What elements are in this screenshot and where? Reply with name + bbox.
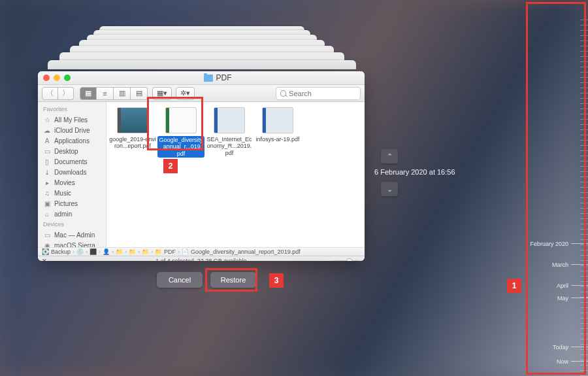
view-switcher: ▦ ≡ ▥ ▤ (80, 87, 148, 100)
home-icon: ⌂ (43, 210, 51, 218)
file-item[interactable]: infosys-ar-19.pdf (254, 107, 301, 143)
search-icon (280, 90, 286, 97)
star-icon: ☆ (43, 116, 51, 124)
search-box[interactable] (276, 87, 361, 100)
sidebar-item-documents[interactable]: ▯Documents (38, 156, 106, 167)
sidebar-item-icloud[interactable]: ☁iCloud Drive (38, 125, 106, 135)
action-buttons: Cancel Restore (157, 272, 256, 288)
annotation-num-2: 2 (163, 159, 178, 173)
minimize-icon[interactable] (54, 75, 60, 81)
apps-icon: A (43, 137, 51, 145)
restore-button[interactable]: Restore (210, 272, 256, 288)
sidebar-head-favorites: Favorites (38, 104, 106, 114)
file-thumb (165, 107, 197, 133)
path-file-icon[interactable]: 📄 (182, 248, 189, 255)
file-thumb (214, 107, 245, 133)
traffic-lights (43, 75, 71, 81)
file-item[interactable]: SEA_Internet_Economy_R...2019.pdf (206, 107, 253, 156)
path-folder-icon[interactable]: 📁 (116, 248, 123, 255)
list-view-button[interactable]: ≡ (97, 87, 114, 100)
downloads-icon: ⤓ (43, 168, 51, 176)
path-segment[interactable]: PDF (164, 248, 176, 255)
path-segment[interactable]: Google_diversity_annual_report_2019.pdf (191, 248, 301, 255)
path-segment[interactable]: Backup (51, 248, 71, 255)
movies-icon: ▸ (43, 179, 51, 186)
file-label: Google_diversity_annual_r...019.pdf (157, 136, 204, 158)
path-folder-icon[interactable]: 📁 (155, 248, 162, 255)
cloud-icon: ☁ (43, 126, 51, 134)
back-button[interactable]: 〈 (42, 87, 58, 100)
annotation-num-1: 1 (507, 279, 521, 293)
search-input[interactable] (289, 90, 356, 97)
finder-window: PDF 〈 〉 ▦ ≡ ▥ ▤ ▦▾ ✲▾ Favorites ☆All My … (38, 71, 365, 261)
sidebar-item-desktop[interactable]: ▭Desktop (38, 146, 106, 156)
timeline-down-button[interactable]: ⌄ (381, 182, 398, 196)
desktop-icon: ▭ (43, 147, 51, 155)
timeline-label[interactable]: March (552, 262, 568, 268)
coverflow-view-button[interactable]: ▤ (131, 87, 148, 100)
sidebar-item-pictures[interactable]: ▣Pictures (38, 198, 106, 209)
sidebar-item-movies[interactable]: ▸Movies (38, 177, 106, 188)
file-label: google_2019-environ...eport.pdf (109, 136, 156, 150)
close-icon[interactable] (43, 75, 50, 81)
timeline-label[interactable]: Today (553, 344, 568, 350)
disk-icon: ◉ (43, 241, 51, 247)
zoom-slider[interactable] (333, 260, 359, 262)
forward-button[interactable]: 〉 (58, 87, 74, 100)
titlebar: PDF (38, 71, 365, 85)
timeline-label[interactable]: February 2020 (530, 241, 568, 247)
arrange-button[interactable]: ▦▾ (152, 87, 172, 100)
music-icon: ♫ (43, 189, 51, 197)
folder-icon (204, 75, 213, 82)
file-grid: google_2019-environ...eport.pdf Google_d… (106, 102, 365, 247)
timeline-label[interactable]: April (557, 282, 568, 289)
snapshot-timestamp: 6 February 2020 at 16:56 (374, 168, 455, 176)
sidebar-item-mac-admin[interactable]: ▭Mac — Admin (38, 230, 106, 240)
timeline-up-button[interactable]: ⌃ (381, 149, 398, 163)
zoom-icon[interactable] (64, 75, 71, 81)
close-x-icon[interactable]: ✕ (42, 258, 47, 261)
path-folder-icon[interactable]: 📁 (129, 248, 136, 255)
file-item[interactable]: google_2019-environ...eport.pdf (109, 107, 156, 150)
path-disk-icon[interactable]: 💿 (76, 248, 84, 255)
file-label: SEA_Internet_Economy_R...2019.pdf (206, 136, 253, 156)
column-view-button[interactable]: ▥ (114, 87, 131, 100)
timeline-label[interactable]: May (557, 295, 568, 301)
path-hd-icon[interactable]: ⬛ (90, 248, 97, 255)
timeline-label[interactable]: Now (557, 358, 568, 365)
icon-view-button[interactable]: ▦ (80, 87, 97, 100)
cancel-button[interactable]: Cancel (157, 272, 203, 288)
timeline-scrubber[interactable]: February 2020MarchAprilMayTodayNow (528, 0, 588, 376)
pictures-icon: ▣ (43, 199, 51, 207)
sidebar: Favorites ☆All My Files ☁iCloud Drive AA… (38, 102, 106, 247)
path-user-icon[interactable]: 👤 (103, 248, 110, 255)
disk-icon: 💽 (42, 248, 49, 255)
path-folder-icon[interactable]: 📁 (142, 248, 149, 255)
toolbar: 〈 〉 ▦ ≡ ▥ ▤ ▦▾ ✲▾ (38, 85, 365, 102)
sidebar-item-applications[interactable]: AApplications (38, 135, 106, 146)
sidebar-item-downloads[interactable]: ⤓Downloads (38, 167, 106, 177)
file-thumb (117, 107, 148, 133)
documents-icon: ▯ (43, 158, 51, 165)
status-bar: ✕ 1 of 4 selected, 22,28 GB available (38, 256, 365, 261)
file-label: infosys-ar-19.pdf (254, 136, 301, 143)
sidebar-item-music[interactable]: ♫Music (38, 188, 106, 198)
nav-buttons: 〈 〉 (42, 87, 74, 100)
action-button[interactable]: ✲▾ (176, 87, 195, 100)
sidebar-item-admin[interactable]: ⌂admin (38, 209, 106, 219)
sidebar-item-all-my-files[interactable]: ☆All My Files (38, 114, 106, 125)
file-thumb (262, 107, 293, 133)
sidebar-head-devices: Devices (38, 219, 106, 230)
status-text: 1 of 4 selected, 22,28 GB available (155, 258, 247, 261)
sidebar-item-macos-sierra[interactable]: ◉macOS Sierra (38, 240, 106, 247)
file-item-selected[interactable]: Google_diversity_annual_r...019.pdf (157, 107, 204, 158)
path-bar[interactable]: 💽 Backup ›💿 ›⬛ ›👤 ›📁 ›📁 ›📁 ›📁 PDF ›📄 Goo… (38, 247, 365, 256)
window-title-text: PDF (216, 73, 232, 82)
annotation-num-3: 3 (269, 273, 284, 288)
computer-icon: ▭ (43, 231, 51, 239)
window-title: PDF (71, 73, 365, 82)
